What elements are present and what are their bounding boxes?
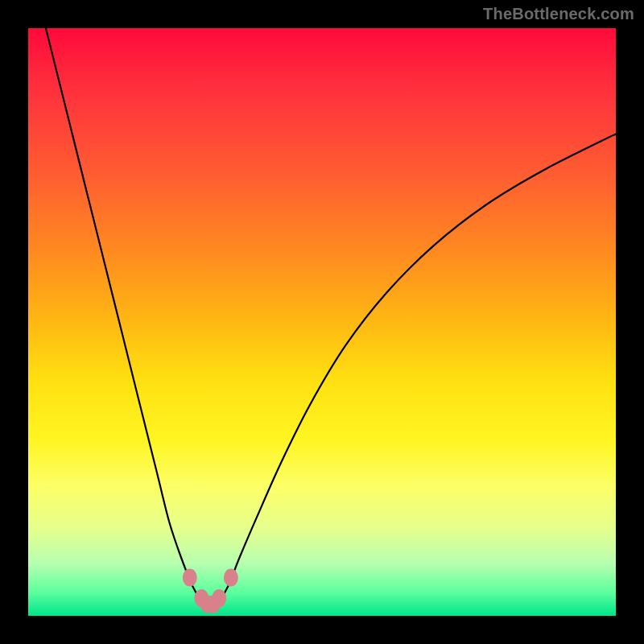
curve-marker <box>212 589 226 607</box>
plot-area <box>28 28 616 616</box>
curve-marker <box>183 569 197 587</box>
bottleneck-curve <box>46 28 616 608</box>
curve-markers <box>183 569 238 613</box>
outer-frame: TheBottleneck.com <box>0 0 644 644</box>
chart-svg <box>28 28 616 616</box>
curve-marker <box>224 569 238 587</box>
watermark-text: TheBottleneck.com <box>483 5 634 23</box>
